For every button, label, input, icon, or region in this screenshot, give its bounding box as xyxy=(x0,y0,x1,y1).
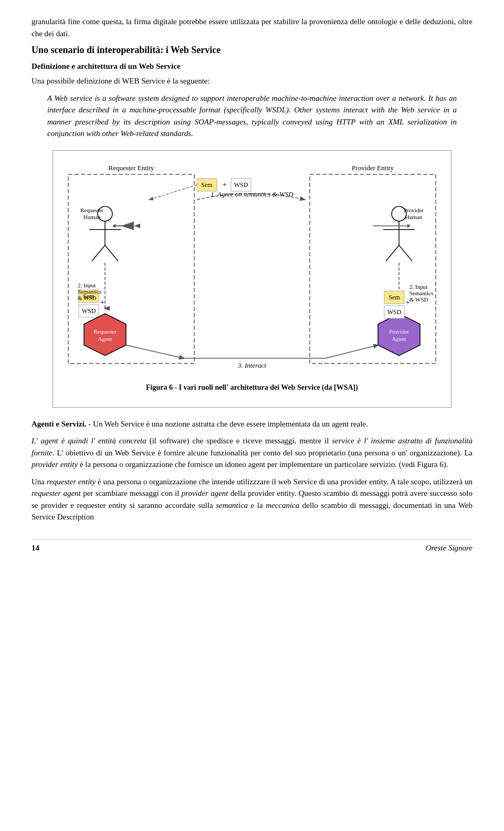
svg-line-4 xyxy=(150,185,197,200)
svg-line-9 xyxy=(105,245,118,261)
step1-label: 1. Agree on semantics & WSD xyxy=(211,190,293,198)
provider-entity-label: Provider Entity xyxy=(352,164,394,172)
provider-agent-label1: Provider xyxy=(389,328,409,335)
wsd-top-label: WSD xyxy=(234,181,248,189)
requester-human-label2: Human xyxy=(83,214,101,220)
requester-agent-label2: Agent xyxy=(98,336,112,342)
wsd-left-label: WSD xyxy=(82,307,96,315)
svg-marker-31 xyxy=(407,224,411,228)
svg-line-24 xyxy=(326,345,378,358)
diagram-svg: Requester Entity Provider Entity Sem WSD… xyxy=(63,159,441,379)
step2-left-line2: Semantics xyxy=(78,288,101,295)
svg-line-8 xyxy=(92,245,105,261)
plus-top: + xyxy=(223,181,227,189)
provider-agent-label2: Agent xyxy=(392,336,406,342)
step2-left-line3: & WSD xyxy=(78,295,97,301)
svg-marker-19 xyxy=(378,314,420,356)
svg-marker-29 xyxy=(112,224,116,228)
requester-human-label1: Requester xyxy=(80,207,103,213)
step3-label: 3. Interact xyxy=(237,361,267,369)
diagram-container: Requester Entity Provider Entity Sem WSD… xyxy=(52,150,452,408)
agents-paragraph: Agenti e Servizi. - Un Web Service è una… xyxy=(32,418,472,430)
para2: L' agent è quindi l' entità concreta (il… xyxy=(32,435,472,471)
step2-left-line1: 2. Input xyxy=(78,282,96,288)
def-intro: Una possibile definizione di WEB Service… xyxy=(32,75,472,87)
step2-right-line2: Semantics xyxy=(410,290,433,296)
sem-right-label: Sem xyxy=(388,294,400,301)
provider-human-label1: Provider xyxy=(404,207,424,213)
fig-caption: Figura 6 - I vari ruoli nell' architettu… xyxy=(61,383,443,392)
step2-right-line1: 2. Input xyxy=(410,284,427,290)
author-name: Oreste Signore xyxy=(426,544,472,553)
svg-line-23 xyxy=(126,345,184,358)
requester-agent-label1: Requester xyxy=(93,328,117,335)
intro-paragraph: granularità fine come questa, la firma d… xyxy=(32,16,472,39)
plus-left: + xyxy=(100,298,104,306)
svg-marker-18 xyxy=(84,314,126,356)
requester-entity-label: Requester Entity xyxy=(108,164,154,172)
quote-paragraph: A Web service is a software system desig… xyxy=(47,92,457,140)
sub-heading: Definizione e architettura di un Web Ser… xyxy=(32,62,472,71)
page-footer: 14 Oreste Signore xyxy=(32,539,472,553)
step2-right-line3: & WSD xyxy=(410,296,428,303)
para3: Una requester entity è una persona o org… xyxy=(32,476,472,523)
page-content: granularità fine come questa, la firma d… xyxy=(32,16,472,553)
page-number: 14 xyxy=(32,544,39,553)
svg-line-13 xyxy=(386,245,399,261)
diagram-svg-wrap: Requester Entity Provider Entity Sem WSD… xyxy=(61,159,443,379)
svg-line-14 xyxy=(399,245,412,261)
sem-top-label: Sem xyxy=(201,181,213,189)
wsd-right-label: WSD xyxy=(387,308,402,316)
section-heading: Uno scenario di interoperabilità: i Web … xyxy=(32,45,472,56)
provider-human-label2: Human xyxy=(405,214,423,220)
